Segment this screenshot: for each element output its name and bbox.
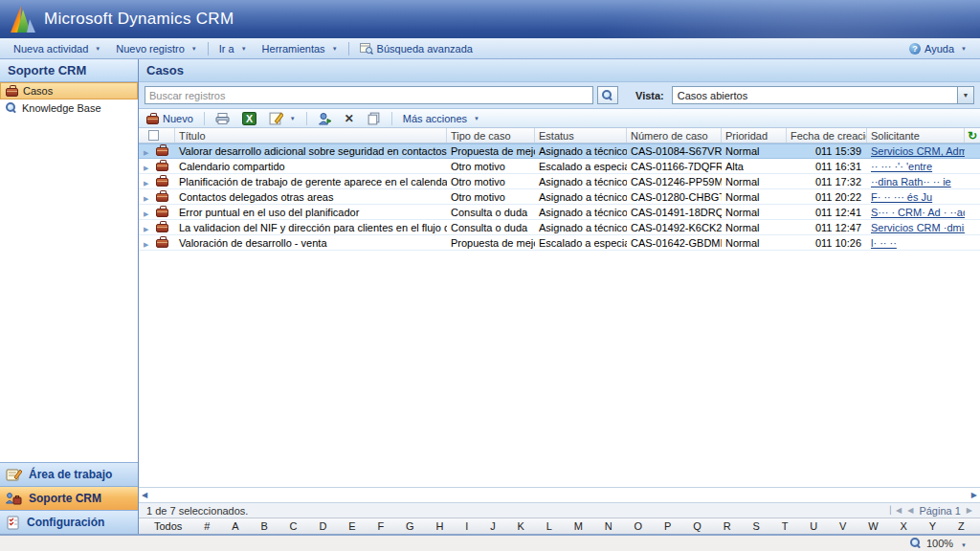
alphabet-filter-s[interactable]: S xyxy=(750,520,761,532)
table-row[interactable]: La validacion del NIF y dirección para c… xyxy=(139,220,980,235)
alphabet-filter-m[interactable]: M xyxy=(572,520,585,532)
chevron-down-icon[interactable] xyxy=(957,87,973,103)
column-header-titulo[interactable]: Título xyxy=(175,128,447,143)
alphabet-filter-h[interactable]: H xyxy=(434,520,445,532)
expand-row-icon[interactable] xyxy=(144,145,148,157)
sidebar-button-soporte-crm[interactable]: Soporte CRM xyxy=(0,486,138,510)
select-all-cell xyxy=(139,128,175,143)
assign-button[interactable] xyxy=(314,111,336,126)
new-case-button[interactable]: Nuevo xyxy=(143,112,197,125)
sidebar-item-casos[interactable]: Casos xyxy=(0,82,138,99)
table-row[interactable]: Error puntual en el uso del planificador… xyxy=(139,205,980,220)
alphabet-filter-l[interactable]: L xyxy=(545,520,554,532)
scroll-right-icon[interactable]: ▶ xyxy=(971,491,977,499)
column-header-fecha[interactable]: Fecha de creación xyxy=(787,128,867,143)
case-title[interactable]: Error puntual en el uso del planificador xyxy=(175,207,447,218)
print-button[interactable] xyxy=(212,111,234,126)
menu-ayuda[interactable]: ? Ayuda xyxy=(902,41,974,56)
search-input[interactable] xyxy=(145,86,593,104)
refresh-icon[interactable] xyxy=(968,129,977,143)
search-button[interactable] xyxy=(597,86,618,104)
case-title[interactable]: Valoración de desarrollo - venta xyxy=(175,237,447,249)
expand-row-icon[interactable] xyxy=(144,207,148,218)
column-header-numero[interactable]: Número de caso xyxy=(627,128,722,143)
table-row[interactable]: Planificación de trabajo de gerente apar… xyxy=(139,174,980,189)
sidebar-button-configuracion[interactable]: Configuración xyxy=(0,510,138,534)
table-row[interactable]: Valoración de desarrollo - venta Propues… xyxy=(139,235,980,251)
case-title[interactable]: Valorar desarrollo adicional sobre segur… xyxy=(175,145,447,157)
case-title[interactable]: Planificación de trabajo de gerente apar… xyxy=(175,176,447,187)
case-requester-link[interactable]: ·· ··· ·'· 'entre xyxy=(867,161,965,172)
menu-nueva-actividad[interactable]: Nueva actividad xyxy=(6,41,108,56)
alphabet-filter-z[interactable]: Z xyxy=(956,520,967,532)
case-requester-link[interactable]: Servicios CRM, Administrar xyxy=(867,145,965,157)
alphabet-filter-u[interactable]: U xyxy=(808,520,819,532)
alphabet-filter-o[interactable]: O xyxy=(633,520,645,532)
case-requester-link[interactable]: ··dina Rath·· ·· ie xyxy=(867,176,965,187)
alphabet-filter-n[interactable]: N xyxy=(603,520,614,532)
table-row[interactable]: Calendario compartido Otro motivo Escala… xyxy=(139,159,980,174)
first-page-icon[interactable] xyxy=(890,506,902,515)
sidebar-item-knowledge-base[interactable]: Knowledge Base xyxy=(0,99,138,117)
expand-row-icon[interactable] xyxy=(144,191,148,203)
horizontal-scrollbar[interactable]: ◀ ▶ xyxy=(139,487,980,502)
export-excel-button[interactable]: X xyxy=(238,111,260,126)
run-workflow-button[interactable] xyxy=(265,111,300,126)
case-title[interactable]: La validacion del NIF y dirección para c… xyxy=(175,222,447,233)
column-header-prioridad[interactable]: Prioridad xyxy=(722,128,787,143)
copy-link-button[interactable] xyxy=(363,111,385,126)
expand-row-icon[interactable] xyxy=(144,237,148,249)
zoom-dropdown-icon[interactable] xyxy=(958,538,967,549)
expand-row-icon[interactable] xyxy=(144,176,148,187)
alphabet-filter-p[interactable]: P xyxy=(662,520,673,532)
alphabet-filter-todos[interactable]: Todos xyxy=(152,520,184,532)
more-actions-button[interactable]: Más acciones xyxy=(399,112,483,125)
case-title[interactable]: Calendario compartido xyxy=(175,161,447,172)
alphabet-filter-t[interactable]: T xyxy=(780,520,791,532)
menu-busqueda-avanzada[interactable]: Búsqueda avanzada xyxy=(352,41,480,56)
alphabet-filter-v[interactable]: V xyxy=(837,520,848,532)
alphabet-filter-r[interactable]: R xyxy=(722,520,733,532)
alphabet-filter-#[interactable]: # xyxy=(202,520,212,532)
case-title[interactable]: Contactos delegados otras areas xyxy=(175,191,447,203)
alphabet-filter-d[interactable]: D xyxy=(317,520,328,532)
alphabet-filter-q[interactable]: Q xyxy=(691,520,703,532)
alphabet-filter-g[interactable]: G xyxy=(404,520,416,532)
column-header-estatus[interactable]: Estatus xyxy=(535,128,627,143)
case-requester-link[interactable]: l· ·· ·· xyxy=(867,237,965,249)
column-header-tipo[interactable]: Tipo de caso xyxy=(447,128,535,143)
delete-button[interactable] xyxy=(341,111,358,126)
previous-page-icon[interactable] xyxy=(907,506,913,515)
next-page-icon[interactable] xyxy=(967,506,972,515)
alphabet-filter-c[interactable]: C xyxy=(288,520,300,532)
select-all-checkbox[interactable] xyxy=(148,130,159,141)
alphabet-filter-x[interactable]: X xyxy=(899,520,909,532)
table-row[interactable]: Contactos delegados otras areas Otro mot… xyxy=(139,189,980,205)
case-type: Propuesta de mejora xyxy=(447,237,535,249)
menu-ir-a[interactable]: Ir a xyxy=(212,41,255,56)
expand-row-icon[interactable] xyxy=(144,161,148,172)
edit-icon xyxy=(269,112,283,125)
menu-nuevo-registro[interactable]: Nuevo registro xyxy=(108,41,205,56)
sidebar-button-area-de-trabajo[interactable]: Área de trabajo xyxy=(0,462,138,486)
alphabet-filter-i[interactable]: I xyxy=(463,520,470,532)
alphabet-filter-e[interactable]: E xyxy=(346,520,357,532)
alphabet-filter-b[interactable]: B xyxy=(258,520,269,532)
alphabet-filter-j[interactable]: J xyxy=(488,520,498,532)
case-requester-link[interactable]: S··· · CRM· Ad · ··ad xyxy=(867,207,965,218)
case-requester-link[interactable]: Servicios CRM ·dministrar xyxy=(867,222,965,233)
view-selected-value: Casos abiertos xyxy=(678,90,747,101)
scroll-left-icon[interactable]: ◀ xyxy=(142,491,147,499)
alphabet-filter-k[interactable]: K xyxy=(516,520,526,532)
alphabet-filter-f[interactable]: F xyxy=(375,520,386,532)
view-selector[interactable]: Casos abiertos xyxy=(672,86,974,104)
column-header-solicitante[interactable]: Solicitante xyxy=(867,128,965,143)
case-requester-link[interactable]: F· ·· ··· és Ju xyxy=(867,191,965,203)
menu-herramientas[interactable]: Herramientas xyxy=(255,41,345,56)
alphabet-filter-w[interactable]: W xyxy=(866,520,880,532)
alphabet-filter-y[interactable]: Y xyxy=(927,520,938,532)
case-status: Asignado a técnico xyxy=(535,207,627,218)
expand-row-icon[interactable] xyxy=(144,222,148,233)
alphabet-filter-a[interactable]: A xyxy=(230,520,240,532)
table-row[interactable]: Valorar desarrollo adicional sobre segur… xyxy=(139,143,980,159)
